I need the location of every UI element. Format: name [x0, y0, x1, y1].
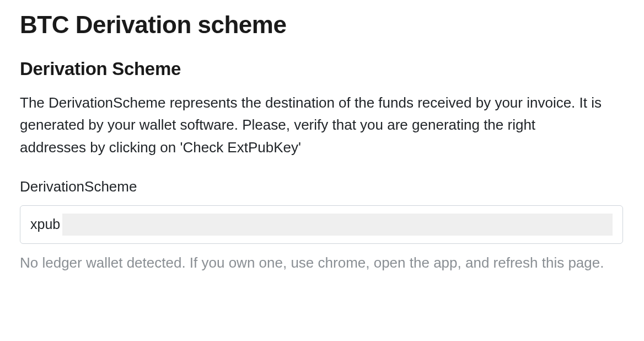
ledger-hint: No ledger wallet detected. If you own on… [20, 252, 604, 274]
section-heading: Derivation Scheme [20, 58, 624, 79]
derivation-scheme-label: DerivationScheme [20, 178, 624, 195]
page-container: BTC Derivation scheme Derivation Scheme … [0, 0, 644, 285]
derivation-scheme-input[interactable]: xpub [20, 205, 623, 244]
section-description: The DerivationScheme represents the dest… [20, 92, 604, 158]
redacted-content [62, 214, 613, 236]
derivation-scheme-value: xpub [30, 216, 60, 232]
page-title: BTC Derivation scheme [20, 11, 624, 39]
